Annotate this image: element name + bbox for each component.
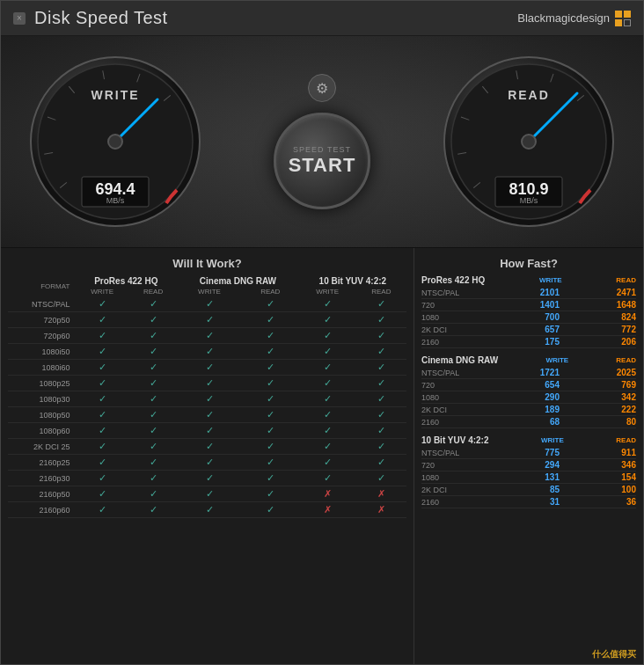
check-icon: ✓: [324, 298, 332, 309]
check-cell: ✗: [299, 486, 356, 502]
check-cell: ✓: [242, 423, 299, 439]
format-cell: 2K DCI 25: [8, 439, 75, 455]
check-cell: ✗: [299, 502, 356, 518]
check-cell: ✓: [242, 328, 299, 344]
how-fast-panel: How Fast? ProRes 422 HQ WRITE READ NTSC/…: [414, 248, 643, 664]
wr-h1: WRITE: [75, 287, 129, 296]
check-icon: ✓: [377, 472, 385, 483]
hf-resolution: 2K DCI: [421, 406, 483, 414]
table-row: 1080i60✓✓✓✓✓✓: [8, 360, 406, 376]
check-icon: ✓: [267, 330, 274, 340]
table-row: 1080p50✓✓✓✓✓✓: [8, 407, 406, 423]
hf-write-label: WRITE: [539, 276, 562, 284]
hf-write-value: 700: [524, 312, 560, 322]
check-icon: ✓: [99, 362, 106, 372]
check-icon: ✓: [267, 362, 274, 372]
main-window: × Disk Speed Test Blackmagicdesign: [0, 0, 644, 665]
brand-name: Blackmagicdesign: [517, 11, 610, 25]
check-cell: ✓: [299, 455, 356, 471]
hf-read-value: 342: [601, 392, 636, 402]
wr-h3: WRITE: [299, 287, 356, 296]
hf-read-value: 154: [601, 472, 636, 482]
titlebar-left: × Disk Speed Test: [13, 8, 168, 28]
format-cell: 2160p30: [8, 471, 75, 486]
hf-write-value: 85: [524, 485, 560, 494]
hf-section-header: 10 Bit YUV 4:2:2 WRITE READ: [421, 435, 636, 445]
cross-icon: ✗: [377, 504, 385, 515]
gear-button[interactable]: ⚙: [308, 74, 336, 102]
hf-resolution: 1080: [421, 473, 483, 482]
hf-read-value: 346: [601, 460, 636, 470]
hf-read-label: READ: [616, 356, 636, 364]
check-cell: ✓: [75, 439, 129, 455]
check-icon: ✓: [150, 330, 157, 340]
hf-read-value: 911: [601, 448, 636, 457]
hf-data-row: 2160 31 36: [421, 496, 636, 508]
check-cell: ✓: [129, 407, 177, 423]
format-cell: 720p50: [8, 312, 75, 328]
check-icon: ✓: [377, 441, 385, 451]
check-icon: ✓: [324, 377, 332, 388]
check-cell: ✓: [299, 439, 356, 455]
app-title: Disk Speed Test: [34, 8, 168, 28]
hf-data-row: 2160 175 206: [421, 336, 636, 348]
hf-resolution: 1080: [421, 313, 483, 322]
gauge-area: WRITE 694.4 MB/s ⚙ SPEED TEST START: [1, 36, 643, 247]
check-cell: ✓: [177, 502, 242, 518]
hf-section: ProRes 422 HQ WRITE READ NTSC/PAL 2101 2…: [421, 275, 636, 348]
check-icon: ✓: [206, 457, 214, 467]
check-cell: ✓: [75, 344, 129, 360]
hf-resolution: 720: [421, 461, 483, 470]
hf-read-value: 772: [601, 325, 636, 334]
hf-resolution: NTSC/PAL: [421, 289, 483, 297]
hf-codec-name: 10 Bit YUV 4:2:2: [421, 435, 489, 445]
check-icon: ✓: [99, 314, 106, 325]
write-gauge: WRITE 694.4 MB/s: [27, 54, 203, 230]
cross-icon: ✗: [324, 488, 332, 499]
check-cell: ✓: [299, 344, 356, 360]
check-cell: ✓: [242, 455, 299, 471]
table-row: 2K DCI 25✓✓✓✓✓✓: [8, 439, 406, 455]
check-icon: ✓: [377, 457, 385, 467]
format-cell: 2160p50: [8, 486, 75, 502]
will-it-work-title: Will It Work?: [8, 257, 406, 270]
hf-data-row: 1080 700 824: [421, 311, 636, 324]
check-cell: ✓: [75, 328, 129, 344]
hf-data-row: 1080 290 342: [421, 391, 636, 404]
check-icon: ✓: [150, 362, 157, 372]
check-cell: ✓: [356, 439, 406, 455]
hf-write-value: 1721: [524, 368, 560, 377]
check-cell: ✓: [242, 486, 299, 502]
brand-squares: [615, 11, 631, 26]
format-cell: NTSC/PAL: [8, 296, 75, 312]
check-icon: ✓: [150, 377, 157, 388]
check-cell: ✓: [129, 502, 177, 518]
svg-point-10: [108, 135, 122, 149]
hf-section-header: ProRes 422 HQ WRITE READ: [421, 275, 636, 285]
check-cell: ✓: [177, 439, 242, 455]
table-row: 720p50✓✓✓✓✓✓: [8, 312, 406, 328]
hf-resolution: 2K DCI: [421, 325, 483, 334]
format-cell: 1080p25: [8, 376, 75, 391]
brand-sq-tr: [624, 11, 631, 18]
check-cell: ✓: [75, 360, 129, 376]
hf-write-value: 657: [524, 325, 560, 334]
table-row: 2160p25✓✓✓✓✓✓: [8, 455, 406, 471]
hf-write-value: 1401: [524, 300, 560, 310]
check-icon: ✓: [150, 314, 157, 325]
check-cell: ✓: [242, 360, 299, 376]
hf-read-label: READ: [616, 436, 636, 444]
hf-write-value: 131: [524, 472, 560, 482]
hf-resolution: 2K DCI: [421, 486, 483, 494]
svg-text:MB/s: MB/s: [106, 196, 125, 205]
check-cell: ✓: [129, 328, 177, 344]
check-icon: ✓: [267, 457, 274, 467]
start-button[interactable]: SPEED TEST START: [274, 113, 370, 209]
check-icon: ✓: [267, 298, 274, 309]
close-button[interactable]: ×: [13, 12, 26, 25]
svg-point-25: [522, 135, 536, 149]
check-cell: ✓: [75, 376, 129, 391]
check-icon: ✓: [206, 441, 214, 451]
hf-read-value: 36: [601, 497, 636, 507]
check-icon: ✓: [150, 504, 157, 515]
